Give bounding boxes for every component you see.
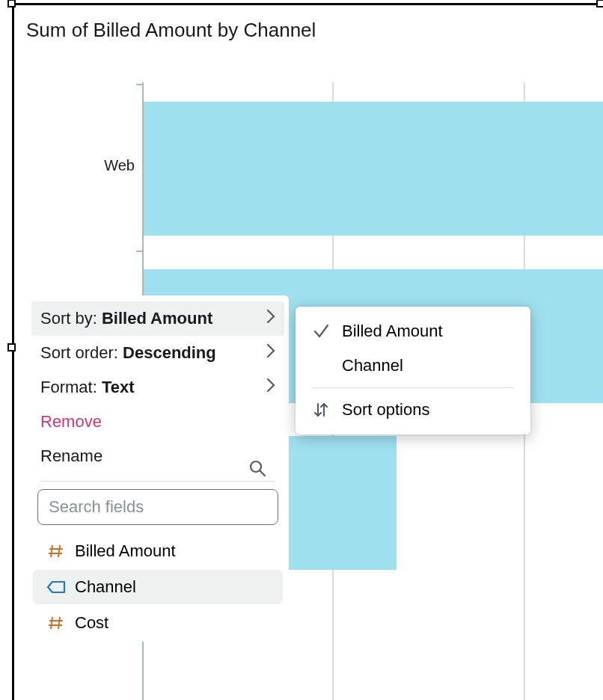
format-value: Text bbox=[102, 378, 135, 396]
resize-handle-top-left[interactable] bbox=[7, 0, 16, 7]
number-field-icon bbox=[46, 615, 66, 631]
field-channel[interactable]: Channel bbox=[33, 570, 283, 604]
menu-divider bbox=[40, 481, 275, 482]
menu-divider bbox=[312, 387, 514, 388]
chevron-right-icon bbox=[266, 378, 275, 397]
dimension-field-icon bbox=[46, 580, 66, 594]
submenu-label: Channel bbox=[342, 356, 403, 375]
sort-order-label: Sort order: bbox=[40, 343, 123, 362]
field-cost[interactable]: Cost bbox=[33, 606, 283, 640]
axis-label: Web bbox=[67, 157, 135, 174]
field-billed-amount[interactable]: Billed Amount bbox=[33, 534, 283, 568]
search-icon bbox=[248, 459, 266, 480]
check-icon bbox=[312, 322, 330, 340]
number-field-icon bbox=[46, 543, 66, 559]
chart-bar[interactable] bbox=[144, 102, 603, 236]
axis-tick bbox=[136, 251, 142, 252]
sort-arrows-icon bbox=[312, 401, 330, 419]
search-fields-input[interactable] bbox=[37, 489, 278, 525]
menu-item-format[interactable]: Format: Text bbox=[27, 370, 289, 405]
submenu-label: Sort options bbox=[342, 400, 429, 420]
format-label: Format: bbox=[40, 378, 102, 396]
axis-tick bbox=[136, 84, 142, 85]
submenu-item-channel[interactable]: Channel bbox=[296, 349, 530, 383]
field-label: Channel bbox=[75, 577, 136, 597]
submenu-item-billed-amount[interactable]: Billed Amount bbox=[296, 314, 530, 349]
chevron-right-icon bbox=[266, 343, 275, 363]
menu-item-remove[interactable]: Remove bbox=[27, 405, 289, 439]
field-context-menu: Sort by: Billed Amount Sort order: Desce… bbox=[27, 295, 289, 642]
remove-label: Remove bbox=[40, 412, 102, 432]
field-label: Billed Amount bbox=[75, 541, 176, 561]
svg-line-1 bbox=[260, 470, 265, 476]
submenu-item-sort-options[interactable]: Sort options bbox=[296, 393, 530, 427]
sort-by-value: Billed Amount bbox=[102, 309, 212, 328]
resize-handle-top-right[interactable] bbox=[596, 0, 603, 7]
chart-title: Sum of Billed Amount by Channel bbox=[26, 19, 316, 42]
rename-label: Rename bbox=[40, 446, 102, 466]
submenu-label: Billed Amount bbox=[342, 322, 443, 341]
menu-item-sort-order[interactable]: Sort order: Descending bbox=[27, 336, 289, 370]
search-fields-wrap bbox=[37, 489, 278, 525]
chevron-right-icon bbox=[266, 309, 275, 328]
field-label: Cost bbox=[75, 613, 108, 633]
resize-handle-mid-left[interactable] bbox=[7, 343, 16, 351]
sort-by-label: Sort by: bbox=[40, 309, 102, 328]
menu-item-sort-by[interactable]: Sort by: Billed Amount bbox=[31, 301, 284, 336]
sort-by-submenu: Billed Amount Channel Sort options bbox=[296, 307, 530, 435]
sort-order-value: Descending bbox=[123, 343, 216, 362]
